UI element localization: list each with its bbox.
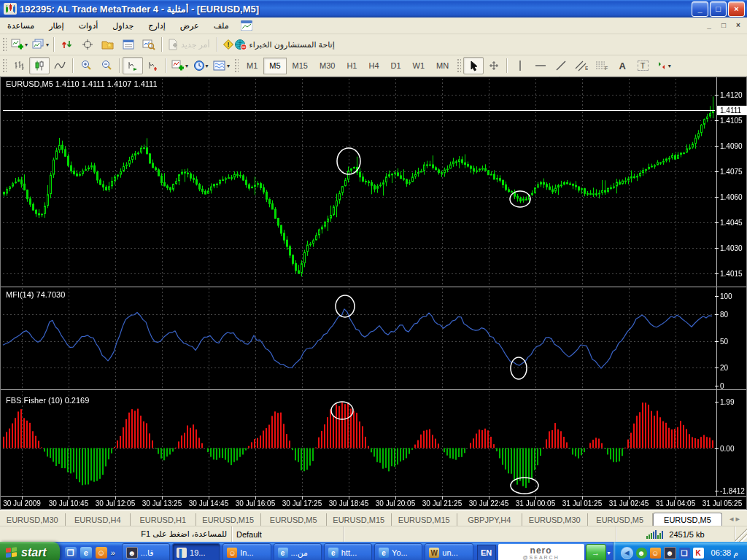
language-indicator[interactable]: EN	[477, 545, 496, 560]
chart-shift-button[interactable]	[143, 57, 163, 74]
timeframe-m15-button[interactable]: M15	[287, 58, 314, 74]
auto-scroll-button[interactable]	[123, 57, 143, 74]
quick-launch-overflow-chevron[interactable]: »	[111, 548, 115, 557]
child-close-button[interactable]: ×	[732, 20, 744, 31]
timeframe-m5-button[interactable]: M5	[263, 58, 286, 74]
task-button[interactable]: eمن...	[274, 543, 322, 560]
expert-advisors-button[interactable]: ! إتاحة المستشارون الخبراء	[220, 36, 339, 53]
menu-window[interactable]: إطار	[42, 19, 71, 33]
price-chart-canvas[interactable]	[0, 77, 747, 510]
menu-view[interactable]: عرض	[173, 19, 206, 33]
network-tray-icon[interactable]: ❏	[679, 548, 690, 559]
tab-scroll-right-icon[interactable]: ▸	[735, 514, 740, 523]
data-window-button[interactable]	[77, 36, 98, 53]
timeframe-mn-button[interactable]: MN	[430, 58, 454, 74]
timeframe-d1-button[interactable]: D1	[385, 58, 407, 74]
internet-explorer-icon[interactable]: e	[80, 547, 92, 559]
chart-tab[interactable]: EURUSD,M15	[196, 513, 262, 526]
new-order-button[interactable]: أمر جديد	[165, 36, 214, 53]
menu-file[interactable]: ملف	[206, 19, 236, 33]
status-profile[interactable]: Default	[232, 526, 344, 542]
trendline-button[interactable]	[551, 57, 571, 74]
start-button[interactable]: start	[0, 542, 60, 560]
chevron-down-icon[interactable]: ▾	[608, 550, 611, 556]
timeframe-h4-button[interactable]: H4	[363, 58, 384, 74]
task-button[interactable]: ehtt...	[324, 543, 372, 560]
avatar-tray-icon[interactable]: ☻	[664, 547, 676, 559]
timeframe-m1-button[interactable]: M1	[241, 58, 263, 74]
child-minimize-button[interactable]: _	[703, 20, 715, 31]
yahoo-tray-icon[interactable]: ☺	[650, 548, 661, 559]
arrows-button[interactable]: ▾	[653, 57, 673, 74]
minimize-button[interactable]: _	[692, 1, 708, 17]
indicators-button[interactable]: ▾	[169, 57, 190, 74]
bar-chart-button[interactable]	[9, 57, 29, 74]
show-desktop-icon[interactable]: ❐	[65, 547, 77, 559]
chart-tab[interactable]: EURUSD,M5	[588, 513, 654, 526]
toolbar-grip[interactable]	[2, 37, 7, 52]
toolbar-grip[interactable]	[234, 58, 239, 73]
periods-button[interactable]: ▾	[190, 57, 211, 74]
restore-button[interactable]: □	[710, 1, 727, 17]
vertical-line-button[interactable]	[510, 57, 530, 74]
zoom-out-icon	[101, 60, 112, 71]
text-button[interactable]: A	[612, 57, 632, 74]
chart-tab[interactable]: GBPJPY,H4	[457, 513, 523, 526]
close-button[interactable]: ×	[728, 1, 745, 17]
zoom-in-button[interactable]	[76, 57, 96, 74]
chart-tab[interactable]: EURUSD,H4	[66, 513, 131, 526]
terminal-button[interactable]	[118, 36, 139, 53]
crosshair-button[interactable]	[484, 57, 504, 74]
resize-grip[interactable]	[735, 526, 747, 542]
chart-tab-active[interactable]: EURUSD,M5	[653, 513, 722, 526]
child-restore-button[interactable]: □	[718, 20, 729, 31]
timeframe-h1-button[interactable]: H1	[341, 58, 363, 74]
templates-button[interactable]: ▾	[211, 57, 232, 74]
menu-tools[interactable]: أدوات	[71, 19, 106, 33]
strategy-tester-button[interactable]	[139, 36, 159, 53]
market-watch-button[interactable]	[57, 36, 77, 53]
chart-tab[interactable]: EURUSD,M30	[0, 513, 66, 526]
task-button[interactable]: Wun...	[425, 543, 473, 560]
chart-tab[interactable]: EURUSD,H1	[131, 513, 196, 526]
kaspersky-tray-icon[interactable]: K	[693, 548, 704, 559]
task-button[interactable]: ☻قا...	[122, 543, 170, 560]
msn-tray-icon[interactable]: ☻	[636, 548, 647, 559]
chart-tab[interactable]: EURUSD,M30	[522, 513, 588, 526]
task-button[interactable]: eYo...	[374, 543, 422, 560]
text-label-button[interactable]: T	[632, 57, 653, 74]
task-button[interactable]: ☺In...	[222, 543, 271, 560]
toolbar-grip[interactable]	[2, 58, 7, 73]
navigator-button[interactable]	[98, 36, 118, 53]
line-chart-button[interactable]	[50, 57, 70, 74]
menu-insert[interactable]: إدارج	[141, 19, 172, 33]
horizontal-line-button[interactable]	[530, 57, 551, 74]
zoom-out-button[interactable]	[96, 57, 117, 74]
candlestick-chart-button[interactable]	[29, 57, 50, 74]
chart-window-icon[interactable]	[241, 20, 252, 31]
search-go-button[interactable]: →	[586, 544, 606, 560]
chart-area[interactable]: EURUSD,M5 1.4110 1.4111 1.4107 1.4111 MF…	[0, 77, 747, 510]
toolbar-grip[interactable]	[457, 58, 461, 73]
timeframe-w1-button[interactable]: W1	[407, 58, 431, 74]
nero-search-box[interactable]: nero @SEARCH	[498, 544, 584, 560]
yahoo-messenger-icon[interactable]: ☺	[96, 547, 107, 559]
equidistant-channel-button[interactable]: E	[571, 57, 592, 74]
fibonacci-button[interactable]: F	[592, 57, 612, 74]
chevron-down-icon: ▾	[206, 63, 209, 69]
menu-help[interactable]: مساعدة	[0, 19, 42, 33]
chart-tab[interactable]: EURUSD,M15	[392, 513, 457, 526]
chart-tab[interactable]: EURUSD,M15	[327, 513, 392, 526]
expert-advisors-label: إتاحة المستشارون الخبراء	[249, 40, 335, 50]
tab-scroll-buttons[interactable]: ◂ ▸	[722, 512, 747, 526]
new-chart-button[interactable]: ▾	[9, 36, 30, 53]
cursor-button[interactable]	[463, 57, 484, 74]
chart-tab[interactable]: EURUSD,M5	[261, 513, 327, 526]
tab-scroll-left-icon[interactable]: ◂	[729, 514, 734, 523]
profiles-button[interactable]: ▾	[30, 36, 51, 53]
task-button-active[interactable]: ▌19...	[172, 543, 220, 560]
menu-charts[interactable]: جداول	[105, 19, 141, 33]
chevron-down-icon: ▾	[185, 63, 188, 69]
timeframe-m30-button[interactable]: M30	[314, 58, 341, 74]
hide-icons-chevron[interactable]: ◀	[621, 547, 633, 559]
